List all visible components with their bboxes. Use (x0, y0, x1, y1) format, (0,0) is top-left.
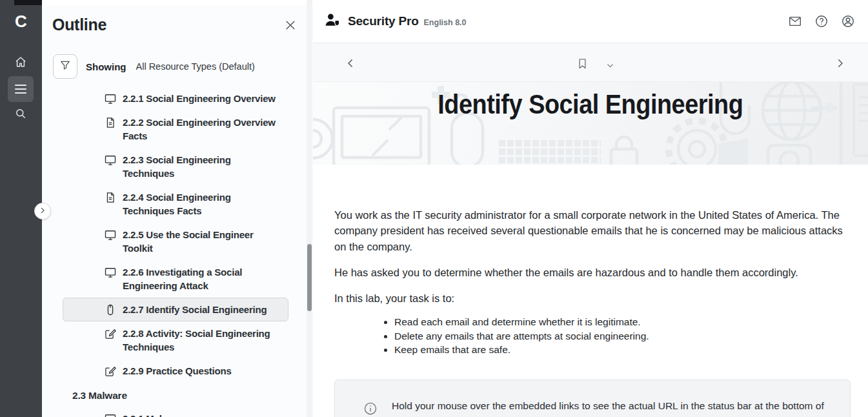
app-edition: English 8.0 (424, 18, 467, 27)
scenario-paragraph: You work as the IT security administrato… (334, 207, 851, 254)
previous-button[interactable] (343, 56, 358, 71)
filter-showing-label: Showing (86, 61, 126, 72)
task-item: Read each email and determine whether it… (394, 315, 851, 329)
outline-item-label: 2.2.5 Use the Social Engineer Toolkit (123, 228, 283, 255)
sidebar-item-home[interactable] (8, 50, 34, 76)
app-window: C Outline (0, 0, 868, 417)
outline-title: Outline (52, 15, 106, 34)
lesson-body: You work as the IT security administrato… (313, 165, 868, 417)
outline-item-label: 2.2.4 Social Engineering Techniques Fact… (123, 190, 283, 218)
app-title: Security Pro (348, 14, 419, 28)
next-button[interactable] (833, 56, 848, 71)
filter-row: Showing All Resource Types (Default) (53, 54, 255, 79)
outline-item-label: 2.2.8 Activity: Social Engineering Techn… (123, 327, 283, 354)
outline-item-label: 2.2.2 Social Engineering Overview Facts (123, 116, 283, 143)
outline-item[interactable]: 2.2.2 Social Engineering Overview Facts (63, 110, 288, 148)
outline-item-label: 2.2.9 Practice Questions (123, 364, 232, 378)
sidebar-item-outline[interactable] (8, 76, 34, 102)
main-header: Security Pro English 8.0 (313, 0, 868, 43)
page-title: Identify Social Engineering (313, 89, 868, 120)
close-icon (284, 19, 297, 34)
search-icon (14, 107, 27, 123)
task-intro: In this lab, your task is to: (334, 290, 851, 306)
outline-item[interactable]: 2.2.3 Social Engineering Techniques (63, 148, 288, 185)
sidebar-item-search[interactable] (8, 102, 34, 128)
home-icon (14, 56, 27, 71)
info-icon (363, 402, 378, 416)
bookmark-caret-icon[interactable] (602, 57, 618, 73)
outline-item[interactable]: 2.2.4 Social Engineering Techniques Fact… (63, 185, 288, 223)
outline-item-label: 2.2.6 Investigating a Social Engineering… (123, 265, 283, 292)
scenario-paragraph: He has asked you to determine whether th… (334, 265, 851, 280)
video-icon (104, 266, 117, 279)
outline-item[interactable]: 2.2.7 Identify Social Engineering (63, 298, 288, 321)
document-icon (104, 116, 117, 129)
filter-button[interactable] (53, 54, 77, 79)
outline-item-label: 2.2.7 Identify Social Engineering (123, 303, 267, 316)
filter-icon (59, 59, 71, 74)
brand-logo-c: C (0, 10, 42, 32)
outline-item-label: 2.2.1 Social Engineering Overview (123, 92, 276, 105)
sidebar-top-strip (14, 0, 42, 5)
outline-item[interactable]: 2.2.8 Activity: Social Engineering Techn… (63, 321, 288, 359)
mail-icon[interactable] (788, 14, 802, 28)
menu-icon (15, 82, 26, 96)
activity-icon (104, 365, 117, 378)
bookmark-button[interactable] (574, 56, 590, 71)
document-icon (104, 191, 117, 204)
brand-icon (324, 12, 341, 31)
task-item: Delete any emails that are attempts at s… (394, 329, 851, 343)
outline-panel: Outline Showing All Resource Types (Defa… (42, 0, 313, 417)
help-icon[interactable] (814, 14, 829, 28)
outline-section-heading: 2.3 Malware (72, 389, 313, 403)
outline-item[interactable]: 2.2.1 Social Engineering Overview (63, 86, 288, 110)
filter-value: All Resource Types (Default) (136, 61, 255, 72)
lesson-toolbar (313, 43, 868, 82)
panel-top-strip (42, 0, 313, 5)
account-icon[interactable] (841, 14, 855, 28)
lab-icon (104, 303, 117, 316)
info-note-text: Hold your mouse over the embedded links … (392, 398, 824, 417)
activity-icon (104, 327, 117, 340)
lesson-hero: Identify Social Engineering (313, 82, 868, 165)
outline-scrollbar-thumb[interactable] (307, 244, 312, 311)
outline-item[interactable]: 2.3.1 Malware (63, 407, 288, 417)
header-icons (788, 14, 855, 28)
task-list: Read each email and determine whether it… (334, 315, 851, 356)
outline-item[interactable]: 2.2.9 Practice Questions (63, 359, 288, 383)
outline-item[interactable]: 2.2.6 Investigating a Social Engineering… (63, 260, 288, 298)
outline-list: 2.2.1 Social Engineering Overview2.2.2 S… (42, 86, 313, 417)
outline-item-label: 2.3.1 Malware (123, 412, 183, 417)
outline-item[interactable]: 2.2.5 Use the Social Engineer Toolkit (63, 223, 288, 260)
video-icon (104, 92, 117, 105)
video-icon (104, 229, 117, 241)
main-area: Security Pro English 8.0 (313, 0, 868, 417)
task-item: Keep emails that are safe. (394, 343, 851, 356)
outline-scrollbar-track[interactable] (307, 0, 312, 417)
outline-close-button[interactable] (283, 19, 298, 34)
panel-expand-button[interactable] (34, 203, 51, 219)
video-icon (104, 412, 117, 417)
info-note-box: Hold your mouse over the embedded links … (334, 380, 851, 417)
video-icon (104, 154, 117, 167)
expand-icon (39, 205, 46, 217)
outline-item-label: 2.2.3 Social Engineering Techniques (123, 153, 283, 180)
